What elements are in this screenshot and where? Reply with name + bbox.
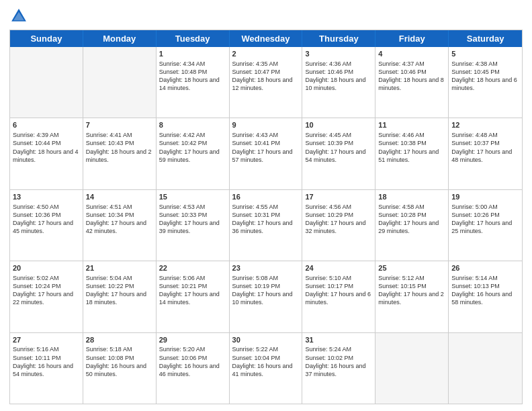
day-number: 8: [159, 120, 226, 130]
cal-cell: [449, 333, 522, 404]
day-number: 23: [232, 263, 300, 273]
cal-cell: [83, 47, 157, 118]
day-info: Sunrise: 4:48 AM Sunset: 10:37 PM Daylig…: [451, 131, 519, 164]
cal-cell: 26Sunrise: 5:14 AM Sunset: 10:13 PM Dayl…: [449, 261, 522, 332]
day-info: Sunrise: 4:45 AM Sunset: 10:39 PM Daylig…: [305, 131, 372, 164]
cal-cell: 19Sunrise: 5:00 AM Sunset: 10:26 PM Dayl…: [449, 190, 522, 261]
day-info: Sunrise: 4:43 AM Sunset: 10:41 PM Daylig…: [232, 131, 300, 164]
day-number: 2: [232, 49, 300, 59]
cal-cell: 3Sunrise: 4:36 AM Sunset: 10:46 PM Dayli…: [302, 47, 375, 118]
cal-header-sunday: Sunday: [10, 30, 83, 47]
day-number: 22: [159, 263, 226, 273]
cal-cell: 28Sunrise: 5:18 AM Sunset: 10:08 PM Dayl…: [83, 333, 157, 404]
day-info: Sunrise: 5:10 AM Sunset: 10:17 PM Daylig…: [305, 274, 372, 307]
cal-cell: 30Sunrise: 5:22 AM Sunset: 10:04 PM Dayl…: [230, 333, 303, 404]
cal-cell: 21Sunrise: 5:04 AM Sunset: 10:22 PM Dayl…: [83, 261, 157, 332]
day-number: 12: [451, 120, 519, 130]
logo: [9, 7, 31, 26]
cal-header-saturday: Saturday: [449, 30, 522, 47]
day-info: Sunrise: 4:36 AM Sunset: 10:46 PM Daylig…: [305, 60, 372, 93]
cal-cell: 7Sunrise: 4:41 AM Sunset: 10:43 PM Dayli…: [83, 118, 157, 189]
cal-cell: 4Sunrise: 4:37 AM Sunset: 10:46 PM Dayli…: [375, 47, 449, 118]
day-info: Sunrise: 5:06 AM Sunset: 10:21 PM Daylig…: [159, 274, 226, 307]
cal-header-wednesday: Wednesday: [230, 30, 303, 47]
day-info: Sunrise: 4:50 AM Sunset: 10:36 PM Daylig…: [13, 203, 80, 236]
cal-cell: 20Sunrise: 5:02 AM Sunset: 10:24 PM Dayl…: [10, 261, 83, 332]
day-info: Sunrise: 5:18 AM Sunset: 10:08 PM Daylig…: [86, 345, 153, 378]
cal-cell: 16Sunrise: 4:55 AM Sunset: 10:31 PM Dayl…: [230, 190, 303, 261]
day-number: 24: [305, 263, 372, 273]
cal-cell: 2Sunrise: 4:35 AM Sunset: 10:47 PM Dayli…: [230, 47, 303, 118]
day-number: 6: [13, 120, 80, 130]
cal-cell: 17Sunrise: 4:56 AM Sunset: 10:29 PM Dayl…: [302, 190, 375, 261]
cal-cell: 25Sunrise: 5:12 AM Sunset: 10:15 PM Dayl…: [375, 261, 449, 332]
cal-cell: [375, 333, 449, 404]
day-info: Sunrise: 5:08 AM Sunset: 10:19 PM Daylig…: [232, 274, 300, 307]
header: [9, 7, 523, 26]
cal-header-tuesday: Tuesday: [157, 30, 230, 47]
day-info: Sunrise: 4:56 AM Sunset: 10:29 PM Daylig…: [305, 203, 372, 236]
cal-cell: 27Sunrise: 5:16 AM Sunset: 10:11 PM Dayl…: [10, 333, 83, 404]
cal-cell: 13Sunrise: 4:50 AM Sunset: 10:36 PM Dayl…: [10, 190, 83, 261]
cal-cell: 12Sunrise: 4:48 AM Sunset: 10:37 PM Dayl…: [449, 118, 522, 189]
day-info: Sunrise: 4:39 AM Sunset: 10:44 PM Daylig…: [13, 131, 80, 164]
day-number: 19: [451, 192, 519, 202]
day-info: Sunrise: 4:46 AM Sunset: 10:38 PM Daylig…: [378, 131, 445, 164]
cal-cell: 31Sunrise: 5:24 AM Sunset: 10:02 PM Dayl…: [302, 333, 375, 404]
day-info: Sunrise: 5:04 AM Sunset: 10:22 PM Daylig…: [86, 274, 153, 307]
cal-cell: 11Sunrise: 4:46 AM Sunset: 10:38 PM Dayl…: [375, 118, 449, 189]
day-number: 14: [86, 192, 153, 202]
day-number: 1: [159, 49, 226, 59]
day-number: 29: [159, 335, 226, 345]
cal-row-4: 27Sunrise: 5:16 AM Sunset: 10:11 PM Dayl…: [10, 333, 522, 404]
cal-header-monday: Monday: [83, 30, 157, 47]
day-info: Sunrise: 5:00 AM Sunset: 10:26 PM Daylig…: [451, 203, 519, 236]
day-number: 15: [159, 192, 226, 202]
day-info: Sunrise: 5:02 AM Sunset: 10:24 PM Daylig…: [13, 274, 80, 307]
cal-header-friday: Friday: [375, 30, 449, 47]
day-number: 25: [378, 263, 445, 273]
day-info: Sunrise: 5:12 AM Sunset: 10:15 PM Daylig…: [378, 274, 445, 307]
day-info: Sunrise: 4:35 AM Sunset: 10:47 PM Daylig…: [232, 60, 300, 93]
cal-cell: [10, 47, 83, 118]
cal-cell: 23Sunrise: 5:08 AM Sunset: 10:19 PM Dayl…: [230, 261, 303, 332]
day-info: Sunrise: 4:53 AM Sunset: 10:33 PM Daylig…: [159, 203, 226, 236]
cal-cell: 18Sunrise: 4:58 AM Sunset: 10:28 PM Dayl…: [375, 190, 449, 261]
cal-cell: 5Sunrise: 4:38 AM Sunset: 10:45 PM Dayli…: [449, 47, 522, 118]
cal-cell: 14Sunrise: 4:51 AM Sunset: 10:34 PM Dayl…: [83, 190, 157, 261]
day-number: 5: [451, 49, 519, 59]
day-info: Sunrise: 5:16 AM Sunset: 10:11 PM Daylig…: [13, 345, 80, 378]
cal-cell: 29Sunrise: 5:20 AM Sunset: 10:06 PM Dayl…: [157, 333, 230, 404]
day-number: 4: [378, 49, 445, 59]
day-number: 16: [232, 192, 300, 202]
day-number: 18: [378, 192, 445, 202]
calendar-header-row: SundayMondayTuesdayWednesdayThursdayFrid…: [10, 30, 522, 47]
day-number: 10: [305, 120, 372, 130]
day-number: 28: [86, 335, 153, 345]
day-info: Sunrise: 4:38 AM Sunset: 10:45 PM Daylig…: [451, 60, 519, 93]
day-info: Sunrise: 5:20 AM Sunset: 10:06 PM Daylig…: [159, 345, 226, 378]
cal-row-2: 13Sunrise: 4:50 AM Sunset: 10:36 PM Dayl…: [10, 190, 522, 261]
cal-cell: 1Sunrise: 4:34 AM Sunset: 10:48 PM Dayli…: [157, 47, 230, 118]
cal-row-0: 1Sunrise: 4:34 AM Sunset: 10:48 PM Dayli…: [10, 47, 522, 118]
cal-cell: 10Sunrise: 4:45 AM Sunset: 10:39 PM Dayl…: [302, 118, 375, 189]
cal-header-thursday: Thursday: [302, 30, 375, 47]
cal-cell: 24Sunrise: 5:10 AM Sunset: 10:17 PM Dayl…: [302, 261, 375, 332]
day-number: 9: [232, 120, 300, 130]
day-number: 11: [378, 120, 445, 130]
day-number: 30: [232, 335, 300, 345]
logo-icon: [9, 7, 28, 26]
calendar: SundayMondayTuesdayWednesdayThursdayFrid…: [9, 30, 523, 404]
day-number: 27: [13, 335, 80, 345]
day-number: 20: [13, 263, 80, 273]
day-info: Sunrise: 4:42 AM Sunset: 10:42 PM Daylig…: [159, 131, 226, 164]
cal-cell: 9Sunrise: 4:43 AM Sunset: 10:41 PM Dayli…: [230, 118, 303, 189]
cal-row-1: 6Sunrise: 4:39 AM Sunset: 10:44 PM Dayli…: [10, 118, 522, 189]
cal-cell: 15Sunrise: 4:53 AM Sunset: 10:33 PM Dayl…: [157, 190, 230, 261]
day-number: 3: [305, 49, 372, 59]
cal-cell: 22Sunrise: 5:06 AM Sunset: 10:21 PM Dayl…: [157, 261, 230, 332]
day-info: Sunrise: 5:22 AM Sunset: 10:04 PM Daylig…: [232, 345, 300, 378]
page: SundayMondayTuesdayWednesdayThursdayFrid…: [0, 0, 532, 411]
day-info: Sunrise: 5:14 AM Sunset: 10:13 PM Daylig…: [451, 274, 519, 307]
day-number: 21: [86, 263, 153, 273]
